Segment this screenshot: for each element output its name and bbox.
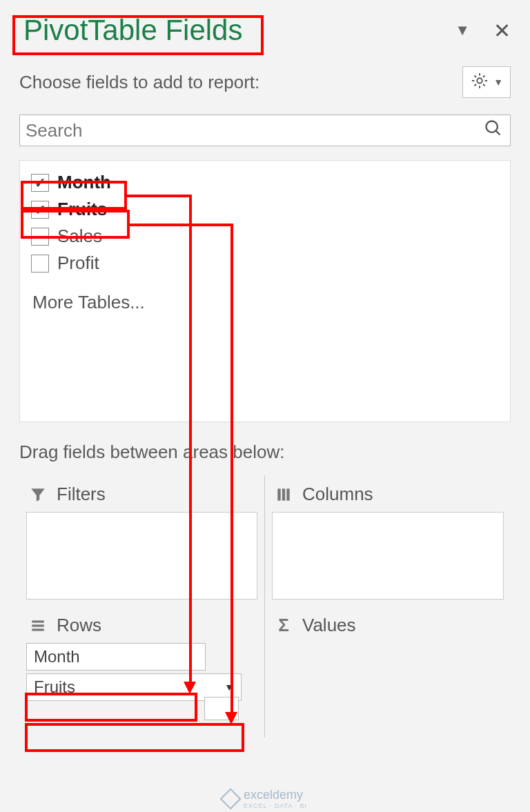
close-icon[interactable]: ✕ bbox=[493, 19, 511, 43]
field-item-fruits[interactable]: Fruits bbox=[30, 196, 500, 223]
svg-rect-6 bbox=[32, 620, 43, 622]
chip-label: Month bbox=[34, 647, 80, 666]
watermark-badge-icon bbox=[220, 788, 242, 809]
field-item-profit[interactable]: Profit bbox=[30, 250, 500, 277]
chevron-down-icon: ▼ bbox=[493, 77, 503, 88]
watermark-tagline: EXCEL · DATA · BI bbox=[244, 802, 307, 809]
area-title: Columns bbox=[302, 484, 373, 505]
pane-options-caret[interactable]: ▼ bbox=[455, 21, 470, 39]
checkbox-sales[interactable] bbox=[31, 228, 49, 246]
choose-fields-label: Choose fields to add to report: bbox=[19, 72, 259, 93]
svg-rect-3 bbox=[277, 488, 280, 500]
values-dropzone[interactable] bbox=[272, 643, 504, 731]
rows-dropzone[interactable]: Month Fruits ▼ bbox=[26, 643, 257, 701]
rows-icon bbox=[29, 617, 47, 635]
columns-dropzone[interactable] bbox=[272, 512, 504, 600]
field-item-month[interactable]: Month bbox=[30, 169, 500, 196]
search-input[interactable]: Search bbox=[19, 115, 511, 146]
checkbox-profit[interactable] bbox=[31, 255, 49, 273]
area-columns: Columns bbox=[265, 475, 511, 606]
watermark: exceldemy EXCEL · DATA · BI bbox=[223, 788, 307, 809]
field-label: Sales bbox=[57, 226, 102, 247]
chevron-down-icon[interactable]: ▼ bbox=[224, 682, 234, 693]
area-title: Filters bbox=[57, 484, 106, 505]
tools-button[interactable]: ▼ bbox=[462, 66, 511, 98]
pivottable-fields-pane: PivotTable Fields ▼ ✕ Choose fields to a… bbox=[0, 0, 530, 737]
svg-line-2 bbox=[496, 130, 500, 135]
field-label: Month bbox=[57, 172, 111, 193]
more-tables-link[interactable]: More Tables... bbox=[30, 292, 500, 313]
area-filters: Filters bbox=[19, 475, 265, 606]
checkbox-fruits[interactable] bbox=[31, 201, 49, 219]
svg-rect-7 bbox=[32, 624, 43, 626]
watermark-brand: exceldemy bbox=[244, 788, 307, 802]
sigma-icon: Σ bbox=[275, 617, 293, 635]
row-chip-extra[interactable] bbox=[204, 697, 239, 720]
area-title: Rows bbox=[57, 615, 101, 636]
search-icon bbox=[484, 119, 503, 143]
pane-title: PivotTable Fields bbox=[19, 14, 246, 47]
svg-rect-5 bbox=[286, 488, 289, 500]
filter-icon bbox=[29, 486, 47, 504]
filters-dropzone[interactable] bbox=[26, 512, 257, 600]
columns-icon bbox=[275, 486, 293, 504]
drag-fields-label: Drag fields between areas below: bbox=[19, 442, 511, 463]
area-values: Σ Values bbox=[265, 606, 511, 737]
svg-rect-4 bbox=[282, 488, 285, 500]
fields-list: Month Fruits Sales Profit More Tables... bbox=[19, 160, 511, 422]
area-title: Values bbox=[302, 615, 356, 636]
search-placeholder: Search bbox=[26, 120, 484, 141]
field-label: Profit bbox=[57, 252, 99, 274]
field-item-sales[interactable]: Sales bbox=[30, 223, 500, 250]
field-label: Fruits bbox=[57, 199, 107, 220]
row-chip-month[interactable]: Month bbox=[26, 643, 206, 671]
chip-label: Fruits bbox=[34, 677, 75, 697]
gear-icon bbox=[470, 71, 489, 93]
svg-rect-8 bbox=[32, 628, 43, 631]
checkbox-month[interactable] bbox=[31, 174, 49, 192]
areas-grid: Filters Columns Rows bbox=[19, 475, 511, 737]
svg-point-0 bbox=[477, 78, 482, 83]
svg-point-1 bbox=[487, 121, 498, 132]
